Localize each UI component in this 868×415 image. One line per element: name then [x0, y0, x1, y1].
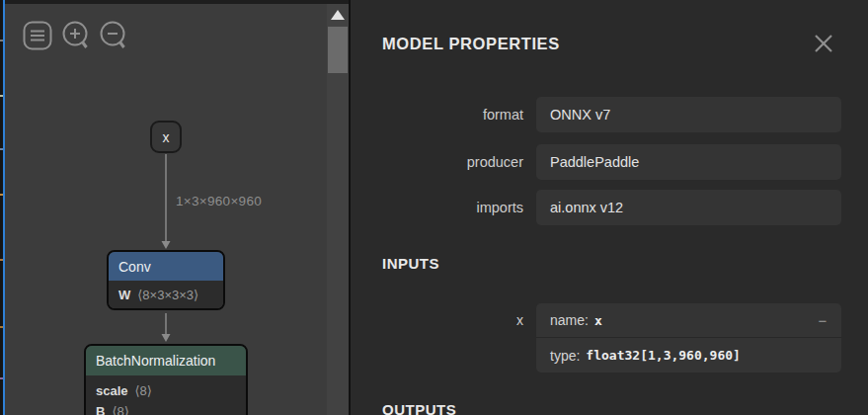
inputs-section-heading: INPUTS — [382, 255, 439, 272]
collapse-button[interactable]: − — [812, 303, 833, 338]
graph-node-conv[interactable]: Conv W ⟨8×3×3×3⟩ — [107, 250, 225, 310]
graph-node-batchnormalization[interactable]: BatchNormalization scale ⟨8⟩ B ⟨8⟩ — [84, 344, 248, 415]
editor-sliver — [0, 0, 5, 415]
node-title: Conv — [118, 259, 151, 275]
panel-divider — [349, 0, 351, 415]
node-header: Conv — [109, 252, 223, 281]
property-value-field: PaddlePaddle — [536, 144, 841, 180]
property-label: format — [351, 97, 523, 132]
node-title: BatchNormalization — [96, 353, 215, 369]
zoom-in-icon — [62, 21, 90, 50]
property-row-format: format ONNX v7 — [351, 97, 841, 132]
node-param-row: scale ⟨8⟩ — [96, 380, 236, 401]
node-param-row: W ⟨8×3×3×3⟩ — [118, 285, 198, 305]
input-detail-box: name: x − type: float32[1,3,960,960] — [536, 303, 841, 373]
param-name: W — [118, 288, 130, 302]
property-label: producer — [351, 144, 523, 180]
close-button[interactable] — [812, 32, 835, 55]
param-name: scale — [96, 383, 128, 398]
node-label: x — [163, 129, 170, 145]
param-name: B — [96, 404, 105, 415]
param-shape: ⟨8⟩ — [112, 404, 128, 415]
node-param-row: B ⟨8⟩ — [96, 401, 236, 415]
graph-canvas[interactable]: 1×3×960×960 x Conv W ⟨8×3×3×3⟩ BatchNorm… — [5, 0, 349, 415]
zoom-in-button[interactable] — [62, 21, 90, 50]
menu-button[interactable] — [23, 21, 52, 50]
menu-icon — [23, 21, 52, 50]
graph-toolbar — [23, 21, 127, 50]
graph-top-strip — [5, 0, 349, 4]
graph-node-input-x[interactable]: x — [150, 121, 182, 153]
panel-title: MODEL PROPERTIES — [382, 35, 560, 53]
input-argument-label: x — [351, 303, 523, 338]
type-key: type: — [550, 348, 580, 364]
zoom-out-icon — [100, 21, 127, 50]
node-header: BatchNormalization — [86, 346, 246, 375]
graph-scrollbar-track[interactable] — [327, 0, 349, 415]
property-label: imports — [351, 190, 523, 225]
window-edge-accent — [3, 0, 5, 415]
name-value: x — [594, 313, 602, 328]
node-body: W ⟨8×3×3×3⟩ — [109, 281, 223, 308]
input-name-row: name: x − — [536, 303, 841, 338]
zoom-out-button[interactable] — [100, 21, 127, 50]
property-value-field: ai.onnx v12 — [536, 190, 841, 225]
name-key: name: — [550, 312, 589, 328]
property-row-producer: producer PaddlePaddle — [351, 144, 841, 180]
outputs-section-heading: OUTPUTS — [382, 401, 456, 415]
scrollbar-thumb[interactable] — [328, 27, 348, 73]
property-row-imports: imports ai.onnx v12 — [351, 190, 841, 225]
edge-shape-label: 1×3×960×960 — [176, 194, 262, 208]
node-body: scale ⟨8⟩ B ⟨8⟩ — [86, 375, 246, 415]
param-shape: ⟨8×3×3×3⟩ — [137, 288, 198, 302]
param-shape: ⟨8⟩ — [135, 383, 152, 398]
close-icon — [814, 34, 833, 53]
input-type-row: type: float32[1,3,960,960] — [536, 338, 841, 373]
property-value-field: ONNX v7 — [536, 97, 841, 132]
type-value: float32[1,3,960,960] — [586, 348, 741, 363]
scroll-up-button[interactable] — [327, 6, 349, 24]
scroll-up-icon — [331, 10, 345, 20]
model-properties-panel: MODEL PROPERTIES format ONNX v7 producer… — [351, 0, 868, 415]
